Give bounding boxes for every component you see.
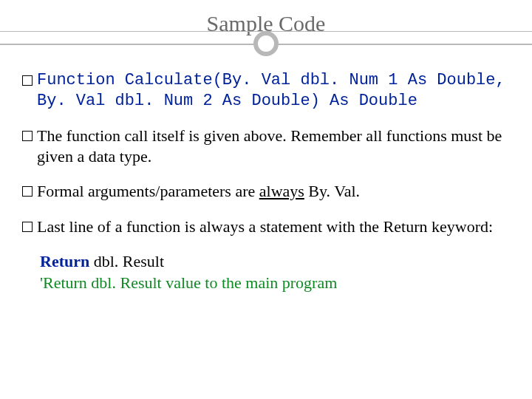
bullet-text: The function call itself is given above.…	[37, 126, 510, 166]
bullet-item: Function Calculate(By. Val dbl. Num 1 As…	[22, 70, 510, 111]
return-value: dbl. Result	[89, 252, 164, 270]
return-block: Return dbl. Result 'Return dbl. Result v…	[40, 251, 510, 293]
underlined-text: always	[259, 182, 304, 200]
slide: Sample Code Function Calculate(By. Val d…	[0, 0, 532, 399]
bullet-item: Last line of a function is always a stat…	[22, 216, 510, 237]
return-keyword: Return	[40, 252, 89, 270]
square-bullet-icon	[22, 222, 33, 232]
return-line: Return dbl. Result	[40, 251, 510, 273]
title-circle-icon	[253, 31, 279, 56]
bullet-text-post: By. Val.	[304, 182, 360, 200]
bullet-text: Last line of a function is always a stat…	[37, 216, 493, 237]
title-area: Sample Code	[22, 11, 510, 45]
square-bullet-icon	[22, 75, 33, 86]
bullet-text: Formal arguments/parameters are always B…	[37, 181, 360, 202]
square-bullet-icon	[22, 131, 33, 141]
return-comment: 'Return dbl. Result value to the main pr…	[40, 273, 510, 294]
square-bullet-icon	[22, 186, 33, 197]
slide-body: Function Calculate(By. Val dbl. Num 1 As…	[22, 66, 510, 293]
bullet-item: Formal arguments/parameters are always B…	[22, 181, 510, 202]
bullet-text-pre: Formal arguments/parameters are	[37, 182, 259, 200]
bullet-item: The function call itself is given above.…	[22, 126, 510, 166]
code-text: Function Calculate(By. Val dbl. Num 1 As…	[37, 70, 510, 111]
